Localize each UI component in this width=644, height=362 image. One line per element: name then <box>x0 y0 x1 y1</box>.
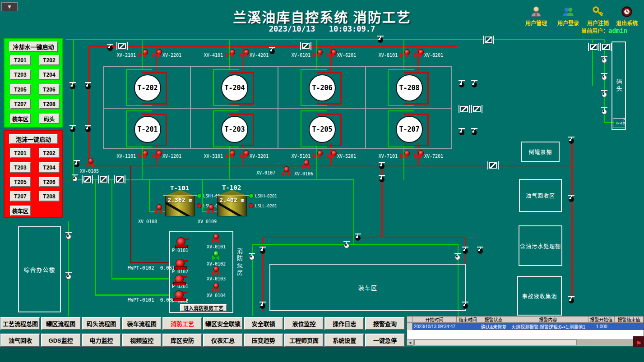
cooling-t206-button[interactable]: T206 <box>39 84 60 95</box>
foam-t206-button[interactable]: T206 <box>39 177 60 187</box>
menu-safety-interlock[interactable]: 安全联锁 <box>244 317 283 330</box>
menu-instrument-summary[interactable]: 仪表汇总 <box>203 334 243 347</box>
sprinkler-icon <box>601 73 607 80</box>
valve-icon[interactable] <box>155 209 162 214</box>
pump-icon[interactable] <box>173 290 187 301</box>
valve-icon[interactable] <box>414 52 422 58</box>
menu-process-overview[interactable]: 工艺流程总图 <box>0 317 40 330</box>
cooling-t204-button[interactable]: T204 <box>39 69 60 80</box>
tank[interactable]: T-205 <box>309 116 336 143</box>
cooling-t208-button[interactable]: T208 <box>39 99 60 109</box>
user-login-button[interactable]: 用户登录 <box>553 5 584 27</box>
menu-gds-monitor[interactable]: GDS监控 <box>41 334 81 347</box>
menu-tank-area-flow[interactable]: 罐区流程图 <box>41 317 81 330</box>
menu-alarm-query[interactable]: 报警查询 <box>365 317 405 330</box>
menu-power-monitor[interactable]: 电力监控 <box>82 334 121 347</box>
valve-icon[interactable] <box>212 270 219 276</box>
sprinkler-icon <box>454 253 461 260</box>
menu-tank-safety-interlock[interactable]: 罐区安全联锁 <box>203 317 243 330</box>
foam-oneclick-button[interactable]: 泡沫一键启动 <box>9 134 58 144</box>
valve-icon[interactable] <box>212 255 219 261</box>
tank[interactable]: T-208 <box>396 74 423 101</box>
alarm-scrollbar[interactable]: ◄ <box>407 339 644 346</box>
tank[interactable]: T-207 <box>396 116 423 143</box>
valve-icon[interactable] <box>414 153 422 159</box>
current-user: 当前用户：admin <box>581 27 627 34</box>
menu-operation-log[interactable]: 操作日志 <box>324 317 364 330</box>
hydrant-icon <box>355 234 361 241</box>
pump-icon[interactable] <box>173 275 187 285</box>
cooling-t203-button[interactable]: T203 <box>10 69 31 80</box>
pipe <box>316 146 317 180</box>
tank[interactable]: T-206 <box>309 74 336 101</box>
pipe <box>73 39 74 180</box>
menu-level-monitor[interactable]: 液位监控 <box>284 317 324 330</box>
valve-icon[interactable] <box>400 153 408 159</box>
foam-t203-button[interactable]: T203 <box>10 162 31 173</box>
menu-loading-flow[interactable]: 装车流程图 <box>122 317 162 330</box>
cooling-t201-button[interactable]: T201 <box>10 55 31 65</box>
foam-loading-zone-button[interactable]: 装车区 <box>10 206 31 216</box>
foam-t204-button[interactable]: T204 <box>39 162 60 173</box>
menu-video-monitor[interactable]: 视频监控 <box>122 334 162 347</box>
valve-icon[interactable] <box>302 164 310 170</box>
pump-icon[interactable] <box>175 237 189 248</box>
foam-t201-button[interactable]: T201 <box>10 148 31 158</box>
enter-pump-house-button[interactable]: 进入消防泵房工艺 <box>180 304 227 312</box>
valve-icon[interactable] <box>283 171 290 176</box>
fire-water-tank[interactable]: 2.402 m <box>217 190 247 218</box>
valve-label: XV-7101 <box>372 154 398 159</box>
tank[interactable]: T-202 <box>134 74 161 101</box>
menu-engineer-page[interactable]: 工程师页面 <box>284 334 324 347</box>
menu-vapor-recovery[interactable]: 油气回收 <box>0 334 40 347</box>
valve-icon[interactable] <box>207 209 214 214</box>
valve-icon[interactable] <box>313 153 320 159</box>
valve-icon[interactable] <box>327 52 334 58</box>
user-logout-button[interactable]: 用户注销 <box>583 5 613 27</box>
exit-system-button[interactable]: 退出系统 <box>612 5 642 27</box>
fire-water-tank[interactable]: 2.362 m <box>165 190 195 218</box>
menu-emergency-stop[interactable]: 一键急停 <box>365 334 405 347</box>
valve-label: XV-0107 <box>256 170 275 175</box>
foam-t202-button[interactable]: T202 <box>39 148 60 158</box>
valve-icon[interactable] <box>313 52 320 58</box>
cooling-t205-button[interactable]: T205 <box>10 84 31 95</box>
valve-icon[interactable] <box>327 153 334 159</box>
scrollbar-thumb[interactable] <box>414 339 577 345</box>
valve-icon[interactable] <box>139 153 146 159</box>
scroll-left-arrow-icon[interactable]: ◄ <box>407 339 413 346</box>
valve-icon[interactable] <box>400 52 408 58</box>
pipe <box>149 180 150 212</box>
alarm-row[interactable]: 2023/10/13 09:34:47 确认&未恢复 火焰探测报警:报警逻辑:0… <box>407 323 644 330</box>
valve-icon[interactable] <box>226 153 233 159</box>
cooling-t202-button[interactable]: T202 <box>39 55 60 65</box>
user-manage-button[interactable]: 用户管理 <box>521 5 551 27</box>
foam-t205-button[interactable]: T205 <box>10 177 31 187</box>
menu-system-settings[interactable]: 系统设置 <box>324 334 364 347</box>
valve-icon[interactable] <box>212 238 219 243</box>
foam-t208-button[interactable]: T208 <box>39 191 60 202</box>
valve-icon[interactable] <box>153 52 160 58</box>
valve-icon[interactable] <box>153 153 160 159</box>
cooling-t207-button[interactable]: T207 <box>10 99 31 109</box>
valve-icon[interactable] <box>87 162 94 168</box>
foam-t207-button[interactable]: T207 <box>10 191 31 202</box>
valve-icon[interactable] <box>226 52 233 58</box>
cooling-dock-button[interactable]: 码头 <box>39 114 60 124</box>
valve-icon[interactable] <box>240 153 247 159</box>
pump-icon[interactable] <box>174 259 188 270</box>
tank[interactable]: T-203 <box>221 116 248 143</box>
tank[interactable]: T-201 <box>134 116 161 143</box>
cooling-oneclick-button[interactable]: 冷却水一键启动 <box>9 41 58 52</box>
menu-fire-process[interactable]: 消防工艺 <box>162 317 202 330</box>
menu-pressure-trend[interactable]: 压变趋势 <box>244 334 283 347</box>
tank[interactable]: T-204 <box>221 74 248 101</box>
cooling-loading-zone-button[interactable]: 装车区 <box>10 114 31 124</box>
valve-icon[interactable] <box>212 287 219 293</box>
date-text: 2023/10/13 <box>269 24 315 33</box>
valve-icon[interactable] <box>240 52 247 58</box>
menu-site-security[interactable]: 库区安防 <box>162 334 202 347</box>
hydrant-icon <box>471 80 477 87</box>
menu-dock-flow[interactable]: 码头流程图 <box>82 317 121 330</box>
valve-icon[interactable] <box>139 52 146 58</box>
